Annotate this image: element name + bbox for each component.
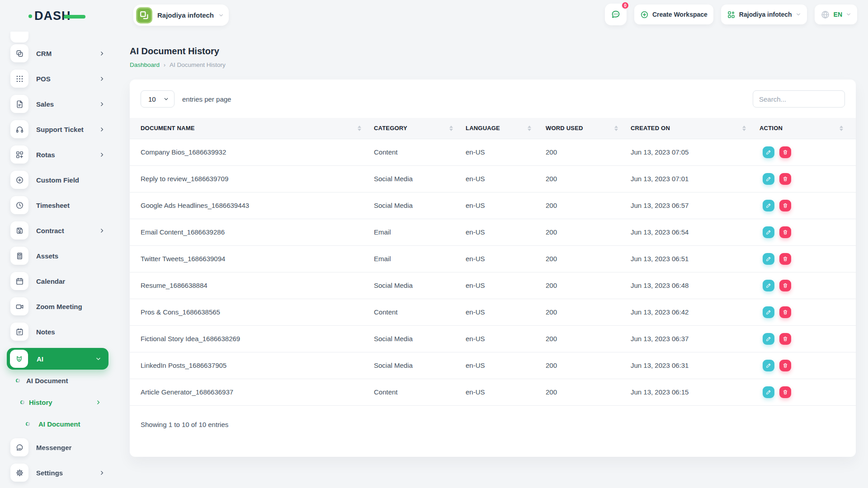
column-header-action[interactable]: ACTION	[759, 118, 856, 139]
table-footer-info: Showing 1 to 10 of 10 entries	[130, 406, 856, 443]
sidebar-item-zoom-meeting[interactable]: Zoom Meeting	[0, 294, 117, 319]
workspace-switcher[interactable]: Rajodiya infotech	[133, 5, 229, 26]
sidebar-item-notes[interactable]: Notes	[0, 319, 117, 344]
language-dropdown[interactable]: EN	[815, 5, 857, 24]
action-cell	[759, 165, 856, 192]
sidebar-item-ai[interactable]: AI	[7, 348, 108, 370]
table-header: DOCUMENT NAMECATEGORYLANGUAGEWORD USEDCR…	[130, 118, 856, 139]
sort-icon[interactable]	[742, 126, 746, 131]
delete-button[interactable]	[779, 280, 791, 291]
word-used-cell: 200	[544, 245, 631, 272]
company-name: Rajodiya infotech	[739, 11, 792, 18]
crm-icon	[10, 44, 28, 62]
delete-button[interactable]	[779, 200, 791, 211]
sidebar-item-messenger[interactable]: Messenger	[0, 435, 117, 460]
created-on-cell: Jun 13, 2023 06:51	[631, 245, 759, 272]
category-cell: Social Media	[374, 272, 466, 299]
sidebar-item-support-ticket[interactable]: Support Ticket	[0, 117, 117, 142]
delete-button[interactable]	[779, 253, 791, 265]
word-used-cell: 200	[544, 352, 631, 379]
sidebar-item-sales[interactable]: Sales	[0, 91, 117, 117]
created-on-cell: Jun 13, 2023 07:01	[631, 165, 759, 192]
edit-button[interactable]	[763, 253, 774, 265]
edit-button[interactable]	[763, 386, 774, 398]
edit-button[interactable]	[763, 200, 774, 211]
category-cell: Social Media	[374, 352, 466, 379]
sort-icon[interactable]	[614, 126, 618, 131]
word-used-cell: 200	[544, 272, 631, 299]
created-on-cell: Jun 13, 2023 06:57	[631, 192, 759, 219]
table-row: Google Ads Headlines_1686639443Social Me…	[130, 192, 856, 219]
language-cell: en-US	[466, 139, 544, 165]
sidebar-item-calendar[interactable]: Calendar	[0, 268, 117, 294]
delete-button[interactable]	[779, 360, 791, 371]
table-row: Pros & Cons_1686638565Contenten-US200Jun…	[130, 299, 856, 325]
edit-button[interactable]	[763, 306, 774, 318]
sidebar-subitem-ai-document[interactable]: AI Document	[0, 413, 117, 435]
edit-button[interactable]	[763, 173, 774, 185]
ai-icon	[10, 350, 28, 368]
column-header-word-used[interactable]: WORD USED	[544, 118, 631, 139]
chevron-down-icon	[796, 12, 801, 17]
sidebar-item-crm[interactable]: CRM	[0, 41, 117, 66]
entries-per-page-label: entries per page	[182, 95, 231, 103]
app-logo[interactable]: DASH	[0, 0, 117, 27]
word-used-cell: 200	[544, 139, 631, 165]
column-header-category[interactable]: CATEGORY	[374, 118, 466, 139]
topbar: Rajodiya infotech 0 Create Workspace Raj…	[117, 0, 868, 30]
table-row: Company Bios_1686639932Contenten-US200Ju…	[130, 139, 856, 165]
delete-button[interactable]	[779, 146, 791, 158]
company-dropdown[interactable]: Rajodiya infotech	[721, 5, 807, 24]
create-workspace-button[interactable]: Create Workspace	[634, 5, 713, 24]
breadcrumb-dashboard-link[interactable]: Dashboard	[130, 61, 160, 68]
sidebar-item-settings[interactable]: Settings	[0, 460, 117, 485]
bullet-icon	[20, 400, 24, 404]
created-on-cell: Jun 13, 2023 07:05	[631, 139, 759, 165]
table-row: Resume_1686638884Social Mediaen-US200Jun…	[130, 272, 856, 299]
delete-button[interactable]	[779, 306, 791, 318]
search-input[interactable]	[753, 90, 845, 108]
chevron-right-icon	[99, 127, 105, 132]
language-cell: en-US	[466, 352, 544, 379]
category-cell: Social Media	[374, 165, 466, 192]
document-name-cell: Email Content_1686639286	[130, 219, 374, 245]
sort-icon[interactable]	[528, 126, 531, 131]
edit-button[interactable]	[763, 226, 774, 238]
breadcrumb-separator: ›	[164, 62, 165, 68]
page-size-select[interactable]: 10	[141, 90, 175, 108]
edit-button[interactable]	[763, 280, 774, 291]
delete-button[interactable]	[779, 173, 791, 185]
sort-icon[interactable]	[840, 126, 843, 131]
edit-button[interactable]	[763, 146, 774, 158]
category-cell: Content	[374, 379, 466, 405]
sort-icon[interactable]	[358, 126, 361, 131]
column-header-document-name[interactable]: DOCUMENT NAME	[130, 118, 374, 139]
create-workspace-label: Create Workspace	[652, 11, 708, 18]
category-cell: Content	[374, 139, 466, 165]
sidebar-item-timesheet[interactable]: Timesheet	[0, 192, 117, 218]
action-cell	[759, 325, 856, 352]
document-name-cell: Article Generator_1686636937	[130, 379, 374, 405]
sidebar-item-rotas[interactable]: Rotas	[0, 142, 117, 167]
messages-button[interactable]: 0	[605, 4, 627, 25]
edit-button[interactable]	[763, 360, 774, 371]
sidebar-subitem-ai-document[interactable]: AI Document	[0, 370, 117, 391]
sort-icon[interactable]	[449, 126, 453, 131]
sidebar-item-assets[interactable]: Assets	[0, 243, 117, 268]
sidebar-item-contract[interactable]: Contract	[0, 218, 117, 243]
delete-button[interactable]	[779, 226, 791, 238]
document-name-cell: Google Ads Headlines_1686639443	[130, 192, 374, 219]
created-on-cell: Jun 13, 2023 06:48	[631, 272, 759, 299]
sidebar-item-custom-field[interactable]: Custom Field	[0, 167, 117, 192]
column-header-created-on[interactable]: CREATED ON	[631, 118, 759, 139]
delete-button[interactable]	[779, 386, 791, 398]
created-on-cell: Jun 13, 2023 06:15	[631, 379, 759, 405]
sidebar-item-pos[interactable]: POS	[0, 66, 117, 91]
sidebar-subitem-history[interactable]: History	[0, 391, 117, 413]
settings-icon	[10, 464, 28, 482]
delete-button[interactable]	[779, 333, 791, 345]
column-header-language[interactable]: LANGUAGE	[466, 118, 544, 139]
category-cell: Email	[374, 219, 466, 245]
edit-button[interactable]	[763, 333, 774, 345]
document-name-cell: Pros & Cons_1686638565	[130, 299, 374, 325]
